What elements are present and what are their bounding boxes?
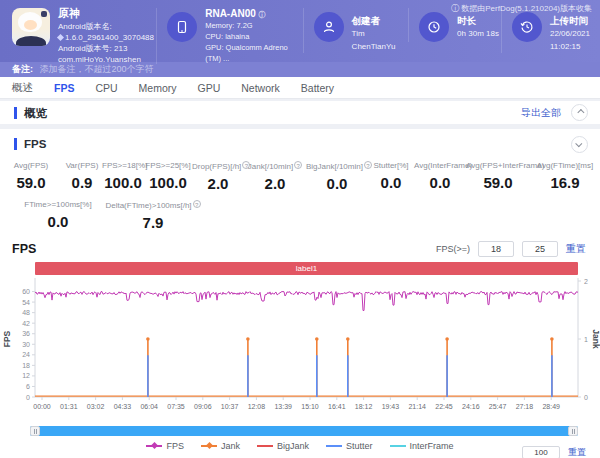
legend-item-fps[interactable]: FPS [146,441,184,451]
stat-avg-fps-: Avg(FPS)59.0 [0,161,62,192]
svg-text:FPS: FPS [2,330,12,347]
legend-item-stutter[interactable]: Stutter [326,441,373,451]
stat-value: 2.0 [192,175,244,192]
stat-value: 0.0 [18,213,98,230]
fps-section-title: FPS [14,138,46,150]
fps-stats-row-2: FTime>=100ms[%]0.0Delta(FTime)>100ms[/h]… [0,192,600,231]
app-info-section: 原神 Android版本名: 1.6.0_2961400_3070488 And… [12,8,156,65]
fps-jank-chart[interactable]: 0612182430364248546001200:0001:3103:0204… [0,275,600,421]
tab-battery[interactable]: Battery [301,82,334,94]
tab-memory[interactable]: Memory [139,82,177,94]
scrollbar-left-handle[interactable] [30,426,40,436]
fps-collapse-button[interactable] [571,136,588,153]
stat-value: 0.0 [368,174,414,191]
svg-text:22:45: 22:45 [435,403,453,410]
svg-text:01:31: 01:31 [60,403,78,410]
svg-text:1: 1 [584,336,588,343]
svg-text:03:02: 03:02 [87,403,105,410]
tab-overview[interactable]: 概述 [12,81,33,95]
fps-threshold-input-1[interactable] [478,241,514,257]
metric-tabs: 概述FPSCPUMemoryGPUNetworkBattery [0,77,600,99]
android-version-name: 1.6.0_2961400_3070488 [58,32,154,43]
stat-ftime-100ms-: FTime>=100ms[%]0.0 [18,200,98,231]
device-memory: Memory: 7.2G [205,20,302,31]
device-model: RNA-AN00 ⓘ [205,8,302,20]
fps-threshold-input-2[interactable] [522,241,558,257]
history-clock-icon [512,12,542,42]
stat-value: 0.0 [306,175,368,192]
stat-avg-ftime-ms-: Avg(FTime)[ms]16.9 [530,161,600,192]
svg-text:24:16: 24:16 [462,403,480,410]
legend-label: InterFrame [410,441,454,451]
next-chart-partial-controls: 重置 [522,446,586,458]
stat-value: 100.0 [144,174,192,191]
svg-text:12:08: 12:08 [248,403,266,410]
svg-text:0: 0 [26,394,30,401]
fps-line-series [35,292,578,311]
legend-label: Stutter [346,441,373,451]
legend-item-jank[interactable]: Jank [201,441,240,451]
tab-fps[interactable]: FPS [54,82,74,94]
stat-value: 0.0 [414,174,466,191]
clock-icon [419,12,449,42]
chevron-down-icon [575,140,582,147]
legend-item-bigjank[interactable]: BigJank [257,441,309,451]
legend-label: BigJank [277,441,309,451]
creator-value: Tim ChenTianYu [352,27,409,53]
overview-title: 概览 [14,107,47,119]
export-all-link[interactable]: 导出全部 [521,106,561,120]
stat-bigjank-10min-: BigJank[/10min]?0.0 [306,161,368,192]
game-app-icon [12,8,50,46]
stat-value: 0.9 [62,174,102,191]
info-icon[interactable]: ? [294,161,302,169]
note-label: 备注: [12,64,33,74]
legend-swatch [390,445,406,447]
device-info-section: RNA-AN00 ⓘ Memory: 7.2G CPU: lahaina GPU… [156,8,302,64]
svg-text:07:35: 07:35 [167,403,185,410]
reset-link[interactable]: 重置 [566,242,586,256]
ftime-threshold-input[interactable] [522,446,560,458]
svg-text:Jank: Jank [591,329,600,349]
upload-time-label: 上传时间 [550,14,590,27]
legend-swatch [257,445,273,447]
app-title: 原神 [58,8,154,19]
fps-section-card: FPS Avg(FPS)59.0Var(FPS)0.9FPS>=18[%]100… [0,129,600,458]
svg-text:25:47: 25:47 [489,403,507,410]
stat-stutter-: Stutter[%]0.0 [368,161,414,192]
ftime-reset-link[interactable]: 重置 [568,446,586,458]
scrollbar-right-handle[interactable] [568,426,578,436]
legend-swatch [146,445,162,447]
svg-text:54: 54 [22,299,30,306]
upload-time-value: 22/06/2021 11:02:15 [550,27,590,53]
stat-var-fps-: Var(FPS)0.9 [62,161,102,192]
info-icon[interactable]: ? [193,200,201,208]
jank-spikes [146,337,554,397]
device-gpu: GPU: Qualcomm Adreno (TM) ... [205,42,302,64]
svg-text:18: 18 [22,362,30,369]
stat-value: 100.0 [102,174,144,191]
legend-label: FPS [166,441,184,451]
tab-gpu[interactable]: GPU [198,82,221,94]
legend-label: Jank [221,441,240,451]
svg-text:13:39: 13:39 [274,403,292,410]
chart-range-scrollbar[interactable] [30,426,578,436]
svg-text:28:49: 28:49 [542,403,560,410]
svg-text:04:33: 04:33 [114,403,132,410]
tab-cpu[interactable]: CPU [95,82,117,94]
svg-text:09:06: 09:06 [194,403,212,410]
chart-label-band[interactable]: label1 [35,262,578,275]
svg-text:19:43: 19:43 [382,403,400,410]
upload-time-section: 上传时间 22/06/2021 11:02:15 [501,8,590,53]
stat-fps-18-: FPS>=18[%]100.0 [102,161,144,192]
overview-collapse-button[interactable] [571,104,588,121]
stat-avg-fps-interframe-: Avg(FPS+InterFrame)59.0 [466,161,530,192]
stat-drop-fps-h-: Drop(FPS)[/h]?2.0 [192,161,244,192]
stat-value: 59.0 [0,174,62,191]
tab-network[interactable]: Network [241,82,280,94]
stat-value: 59.0 [466,174,530,191]
svg-text:12: 12 [22,372,30,379]
fps-chart-title: FPS [12,242,36,256]
svg-text:0: 0 [584,394,588,401]
device-info-icon[interactable]: ⓘ [259,11,266,18]
legend-item-interframe[interactable]: InterFrame [390,441,454,451]
